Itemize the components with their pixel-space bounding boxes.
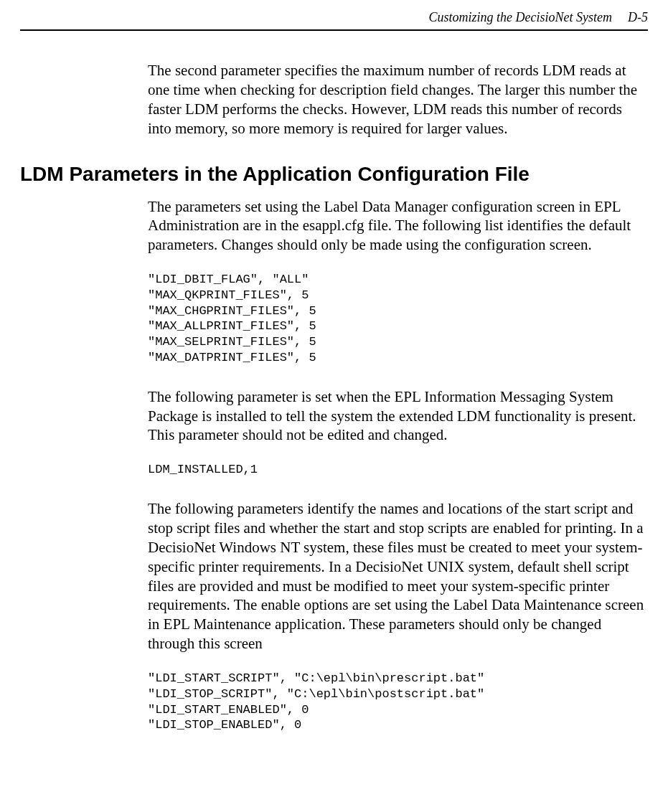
content-block: The second parameter specifies the maxim… [148, 61, 646, 733]
paragraph-scripts: The following parameters identify the na… [148, 499, 646, 653]
paragraph-config-file: The parameters set using the Label Data … [148, 197, 646, 255]
code-default-params: "LDI_DBIT_FLAG", "ALL" "MAX_QKPRINT_FILE… [148, 272, 646, 366]
paragraph-ldm-installed: The following parameter is set when the … [148, 387, 646, 445]
page: Customizing the DecisioNet System D-5 Th… [0, 0, 668, 733]
code-ldm-installed: LDM_INSTALLED,1 [148, 462, 646, 478]
running-head-title: Customizing the DecisioNet System [429, 10, 612, 25]
running-head: Customizing the DecisioNet System D-5 [20, 10, 648, 31]
running-head-page: D-5 [628, 10, 648, 25]
code-script-params: "LDI_START_SCRIPT", "C:\epl\bin\prescrip… [148, 671, 646, 733]
paragraph-intro: The second parameter specifies the maxim… [148, 61, 646, 138]
section-heading-ldm-params: LDM Parameters in the Application Config… [20, 163, 646, 186]
